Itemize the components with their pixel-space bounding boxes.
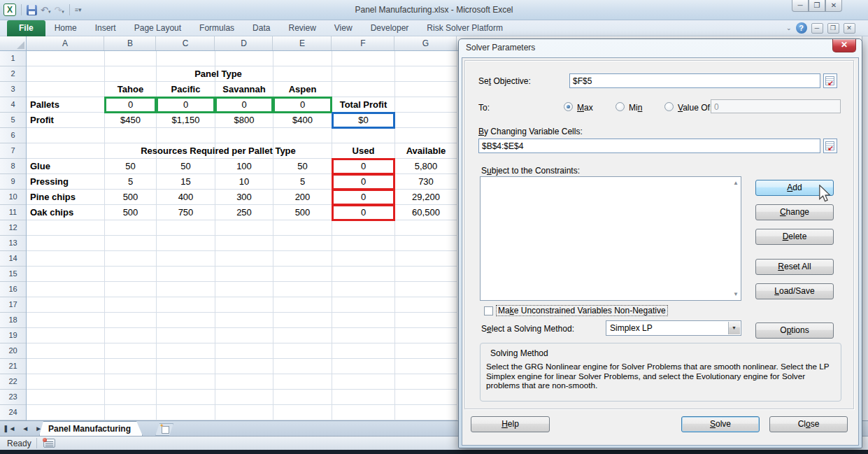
delete-button[interactable]: Delete	[755, 229, 834, 245]
cell-C4[interactable]: 0	[156, 97, 215, 113]
solve-button[interactable]: Solve	[681, 416, 760, 432]
ribbon-tab-insert[interactable]: Insert	[86, 20, 125, 36]
cell-A11[interactable]: Oak chips	[27, 205, 104, 220]
cell-F9[interactable]: 0	[332, 173, 395, 190]
cell-G11[interactable]: 60,500	[395, 205, 457, 220]
close-icon[interactable]: ✕	[825, 0, 842, 12]
min-radio[interactable]	[616, 102, 625, 111]
cell-E11[interactable]: 500	[273, 205, 332, 220]
row-header-4[interactable]: 4	[0, 97, 26, 113]
previous-sheet-icon[interactable]: ◄	[22, 423, 29, 434]
insert-worksheet-tab[interactable]	[155, 423, 173, 436]
cell-C3[interactable]: Pacific	[157, 82, 215, 97]
load-save-button[interactable]: Load/Save	[755, 283, 834, 299]
cell-E8[interactable]: 50	[273, 159, 332, 174]
cell-C11[interactable]: 750	[157, 205, 215, 220]
select-all-corner[interactable]	[0, 36, 27, 50]
row-header-16[interactable]: 16	[0, 282, 26, 297]
cell-grid[interactable]: Panel TypeTahoePacificSavannahAspenPalle…	[27, 51, 457, 420]
column-header-C[interactable]: C	[157, 36, 215, 50]
cell-A4[interactable]: Pallets	[27, 97, 104, 113]
scroll-down-icon[interactable]: ▼	[733, 291, 739, 297]
row-header-19[interactable]: 19	[0, 328, 26, 343]
column-header-E[interactable]: E	[273, 36, 332, 50]
cell-E5[interactable]: $400	[273, 113, 332, 128]
column-header-A[interactable]: A	[27, 36, 104, 50]
cell-B5[interactable]: $450	[105, 113, 156, 128]
minimize-ribbon-icon[interactable]: ⌄	[786, 24, 792, 31]
value-of-input[interactable]: 0	[711, 99, 841, 113]
minimize-icon[interactable]: ─	[792, 0, 809, 12]
cell-D11[interactable]: 250	[215, 205, 273, 220]
ribbon-tab-risk-solver-platform[interactable]: Risk Solver Platform	[418, 20, 512, 36]
cell-E10[interactable]: 200	[273, 190, 332, 205]
ribbon-tab-review[interactable]: Review	[279, 20, 325, 36]
help-button[interactable]: Help	[471, 416, 550, 432]
macro-record-icon[interactable]	[43, 439, 55, 448]
cell-C9[interactable]: 15	[157, 174, 215, 190]
cell-B2[interactable]: Panel Type	[105, 66, 332, 82]
row-header-6[interactable]: 6	[0, 128, 26, 143]
row-header-11[interactable]: 11	[0, 205, 26, 220]
cell-F11[interactable]: 0	[332, 204, 395, 221]
vertical-scrollbar[interactable]	[862, 36, 868, 420]
cell-B4[interactable]: 0	[104, 97, 157, 113]
row-header-2[interactable]: 2	[0, 66, 26, 82]
cell-D4[interactable]: 0	[215, 97, 273, 113]
reset-all-button[interactable]: Reset All	[755, 259, 834, 275]
column-header-B[interactable]: B	[105, 36, 156, 50]
row-header-18[interactable]: 18	[0, 313, 26, 328]
cell-D3[interactable]: Savannah	[215, 82, 273, 97]
ribbon-tab-home[interactable]: Home	[45, 20, 86, 36]
row-header-15[interactable]: 15	[0, 267, 26, 282]
row-header-24[interactable]: 24	[0, 405, 26, 420]
first-sheet-icon[interactable]: ❚◄	[3, 423, 15, 434]
cell-A8[interactable]: Glue	[27, 159, 104, 174]
cell-C10[interactable]: 400	[157, 190, 215, 205]
ribbon-tab-developer[interactable]: Developer	[362, 20, 418, 36]
ribbon-tab-page-layout[interactable]: Page Layout	[125, 20, 190, 36]
value-of-radio[interactable]	[664, 102, 674, 111]
options-button[interactable]: Options	[755, 322, 834, 339]
cell-G9[interactable]: 730	[395, 174, 457, 190]
help-icon[interactable]: ?	[796, 22, 807, 34]
row-header-7[interactable]: 7	[0, 143, 26, 159]
cell-D8[interactable]: 100	[215, 159, 273, 174]
workbook-close-icon[interactable]: ✕	[844, 23, 855, 34]
ribbon-tab-view[interactable]: View	[325, 20, 362, 36]
cell-D5[interactable]: $800	[215, 113, 273, 128]
cell-E3[interactable]: Aspen	[273, 82, 332, 97]
cell-A9[interactable]: Pressing	[27, 174, 104, 190]
cell-F7[interactable]: Used	[332, 143, 394, 159]
variable-cells-range-selector-icon[interactable]	[823, 139, 837, 153]
max-radio[interactable]	[564, 102, 573, 111]
constraints-listbox[interactable]: ▲ ▼	[480, 176, 741, 301]
workbook-restore-icon[interactable]: ❐	[827, 23, 839, 34]
row-header-10[interactable]: 10	[0, 190, 26, 205]
row-header-13[interactable]: 13	[0, 236, 26, 251]
dialog-close-icon[interactable]: ✕	[832, 39, 856, 52]
ribbon-tab-file[interactable]: File	[7, 20, 45, 36]
cell-C5[interactable]: $1,150	[157, 113, 215, 128]
cell-B11[interactable]: 500	[105, 205, 156, 220]
cell-B9[interactable]: 5	[105, 174, 156, 190]
solving-method-dropdown[interactable]: Simplex LP	[606, 320, 741, 336]
column-header-D[interactable]: D	[215, 36, 273, 50]
cell-G7[interactable]: Available	[395, 143, 457, 159]
row-header-17[interactable]: 17	[0, 297, 26, 313]
non-negative-checkbox[interactable]	[484, 306, 493, 315]
ribbon-tab-formulas[interactable]: Formulas	[190, 20, 243, 36]
set-objective-range-selector-icon[interactable]	[823, 73, 837, 88]
cell-D10[interactable]: 300	[215, 190, 273, 205]
cell-E4[interactable]: 0	[273, 97, 332, 113]
cell-F10[interactable]: 0	[332, 189, 395, 206]
chevron-down-icon[interactable]	[728, 322, 740, 334]
close-button[interactable]: Close	[769, 416, 848, 432]
row-header-3[interactable]: 3	[0, 82, 26, 97]
cell-B8[interactable]: 50	[105, 159, 156, 174]
cell-C8[interactable]: 50	[157, 159, 215, 174]
cell-G8[interactable]: 5,800	[395, 159, 457, 174]
row-header-8[interactable]: 8	[0, 159, 26, 174]
variable-cells-input[interactable]: $B$4:$E$4	[478, 139, 820, 153]
row-header-5[interactable]: 5	[0, 113, 26, 128]
